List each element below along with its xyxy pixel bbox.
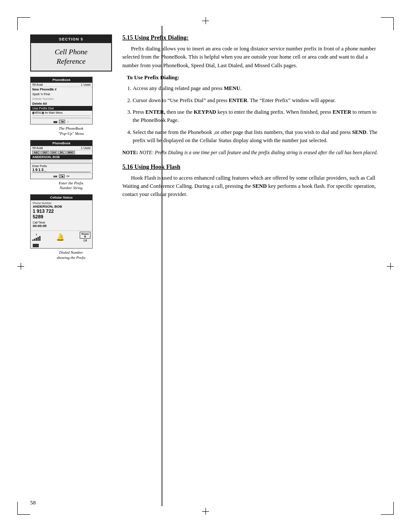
corner-mark-bl [17, 502, 30, 515]
cross-mark-right [387, 263, 394, 270]
enter-prefix-label: Enter Prefix [32, 165, 90, 168]
cellular-icons-row: T 🔔 Roam B [31, 230, 92, 243]
page-number: 58 [30, 499, 36, 506]
step-2: Cursor down to “Use Prefix Dial” and pre… [133, 96, 381, 105]
avail-label: 99 Avail [32, 83, 43, 86]
section-title-line1: Cell Phone [55, 48, 87, 56]
cellular-name: ANDERSON, BOB [33, 205, 90, 208]
prefix-divider2 [32, 162, 90, 162]
note-text: NOTE: NOTE: Prefix Dialing is a one time… [122, 149, 381, 156]
tab-jkl: JKL [58, 151, 65, 154]
enter-prefix-section: Enter Prefix 1913_ [31, 163, 92, 173]
section-box: SECTION 5 Cell Phone Reference [30, 34, 112, 72]
phonebook-prefix-caption: Enter the Prefix Number String [30, 181, 112, 191]
section-515-heading: 5.15 Using Prefix Dialing: [122, 34, 381, 41]
note-label: NOTE: [122, 150, 138, 155]
keypad-bold: KEYPAD [194, 109, 216, 115]
cellular-caption: Dialed Number showing the Prefix [30, 250, 112, 260]
cross-mark-top [202, 17, 209, 24]
off-label: Off [83, 239, 87, 242]
prefix-status-bar: ▮▮▮ B■ 0# [31, 173, 92, 179]
selected-contact: ANDERSON, BOB [31, 155, 92, 159]
cross-mark-bottom [202, 508, 209, 515]
tab-def: DEF [41, 151, 49, 154]
cellular-header: Cellular Status [31, 195, 92, 200]
enter-bold-3: ENTER [333, 109, 351, 115]
tab-mno: MNO [66, 151, 75, 154]
prefix-used: 1 Used [81, 146, 90, 149]
roam-area: Roam B Off [80, 232, 90, 242]
menu-item-delete-all: Delete All [31, 101, 92, 106]
phonebook-status-bar: ▮▮▮ B■ ☼ [31, 118, 92, 124]
phonebook-popup-caption: The PhoneBook "Pop-Up" Menu [30, 126, 112, 136]
menu-item-delete-number: Delete Number [31, 96, 92, 101]
section-title: Cell Phone Reference [55, 47, 87, 66]
right-column: 5.15 Using Prefix Dialing: Prefix dialin… [122, 34, 381, 264]
tab-abc: ABC [32, 151, 40, 154]
cellular-body: Phone Number ANDERSON, BOB 1 913 722 528… [31, 200, 92, 229]
cellular-status-screen: Cellular Status Phone Number ANDERSON, B… [30, 194, 93, 249]
send-bold-1: SEND [352, 129, 366, 135]
prefix-avail: 99 Avail [32, 146, 43, 149]
divider1 [32, 115, 90, 116]
send-bold-2: SEND [252, 183, 267, 189]
corner-mark-tr [381, 17, 394, 30]
menu-item-use-prefix: Use Prefix Dial [31, 106, 92, 111]
prefix-value: 1913_ [32, 168, 90, 172]
prefix-divider1 [32, 160, 90, 160]
battery-icon [33, 244, 39, 247]
section-label: SECTION 5 [31, 35, 111, 43]
page: SECTION 5 Cell Phone Reference PhoneBook… [0, 0, 411, 532]
phonebook-popup-screen: PhoneBook 99 Avail 1 Used New PhoneBk # … [30, 77, 93, 124]
menu-item-spell: Spell 'n Find [31, 92, 92, 96]
call-timer: 00:00:05 [33, 224, 90, 228]
corner-mark-br [381, 502, 394, 515]
menu-bold: MENU [224, 85, 240, 91]
bell-icon: 🔔 [56, 233, 65, 241]
menu-item-main-menu: ▮MENU▮ for Main Menu [31, 111, 92, 115]
phonebook-prefix-stats: 99 Avail 1 Used [31, 146, 92, 150]
phonebook-popup-header: PhoneBook [31, 77, 92, 83]
section-515-intro: Prefix dialing allows you to insert an a… [122, 45, 381, 70]
section-516-intro: Hook Flash is used to access enhanced ca… [122, 174, 381, 199]
phonebook-prefix-screen: PhoneBook 99 Avail 1 Used ABC DEF GHI JK… [30, 140, 93, 179]
section-title-area: Cell Phone Reference [31, 43, 111, 71]
step-1: Access any dialing related page and pres… [133, 84, 381, 93]
main-layout: SECTION 5 Cell Phone Reference PhoneBook… [30, 34, 381, 264]
enter-bold-1: ENTER [229, 97, 247, 103]
divider2 [32, 118, 90, 118]
step-3: Press ENTER, then use the KEYPAD keys to… [133, 108, 381, 125]
tab-ghi: GHI [50, 151, 57, 154]
signal-area: T [32, 233, 40, 241]
corner-mark-tl [17, 17, 30, 30]
section-515-sub-heading: To Use Prefix Dialing: [122, 74, 381, 81]
section-516-heading: 5.16 Using Hook Flash [122, 164, 381, 171]
step-4: Select the name from the Phonebook ,or o… [133, 128, 381, 145]
cellular-number: 1 913 722 5289 [33, 208, 90, 220]
abc-tabs: ABC DEF GHI JKL MNO [31, 150, 92, 155]
left-column: SECTION 5 Cell Phone Reference PhoneBook… [30, 34, 112, 264]
call-timer-label: Call Timer [33, 221, 90, 224]
roam-value: B [81, 235, 89, 238]
signal-bars [32, 236, 40, 241]
battery-row [31, 243, 92, 248]
phonebook-prefix-header: PhoneBook [31, 140, 92, 146]
steps-list: Access any dialing related page and pres… [133, 84, 381, 145]
section-title-line2: Reference [56, 57, 85, 65]
used-label: 1 Used [81, 83, 90, 86]
cross-mark-left [17, 263, 24, 270]
phonebook-popup-stats: 99 Avail 1 Used [31, 83, 92, 87]
menu-item-new: New PhoneBk # [31, 87, 92, 92]
phone-number-label: Phone Number [33, 202, 90, 205]
center-divider [162, 26, 162, 506]
